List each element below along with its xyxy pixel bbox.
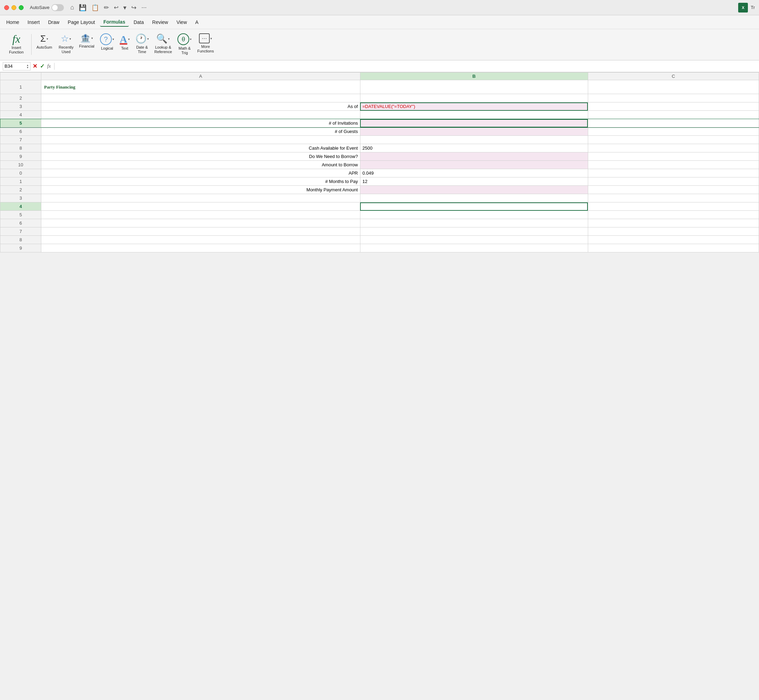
cancel-button[interactable]: ✕ — [33, 63, 37, 69]
cell-b2[interactable] — [360, 94, 588, 102]
cell-c17[interactable] — [588, 219, 759, 227]
cell-c9[interactable] — [588, 152, 759, 161]
cell-b14[interactable] — [360, 194, 588, 202]
row-header[interactable]: 8 — [0, 236, 41, 244]
autosum-button[interactable]: Σ ▾ AutoSum — [34, 32, 55, 51]
cell-a19[interactable] — [41, 236, 361, 244]
cell-a6[interactable]: # of Guests — [41, 127, 361, 136]
undo-icon[interactable]: ↩ — [114, 4, 119, 11]
cell-c13[interactable] — [588, 186, 759, 194]
row-header[interactable]: 2 — [0, 94, 41, 102]
cell-c20[interactable] — [588, 244, 759, 252]
cell-c11[interactable] — [588, 169, 759, 177]
cell-a12[interactable]: # Months to Pay — [41, 177, 361, 186]
cell-a9[interactable]: Do We Need to Borrow? — [41, 152, 361, 161]
cell-c14[interactable] — [588, 194, 759, 202]
logical-button[interactable]: ? ▾ Logical — [98, 32, 116, 52]
cell-a13[interactable]: Monthly Payment Amount — [41, 186, 361, 194]
insert-function-button[interactable]: fx Insert Function — [4, 32, 28, 56]
row-header[interactable]: 4 — [0, 202, 41, 211]
cell-b7[interactable] — [360, 136, 588, 144]
financial-button[interactable]: 🏦 ▾ Financial — [77, 32, 97, 50]
text-button[interactable]: A ▾ Text — [118, 32, 132, 52]
row-header[interactable]: 8 — [0, 144, 41, 152]
cell-b1[interactable] — [360, 80, 588, 94]
row-header[interactable]: 10 — [0, 161, 41, 169]
cell-a10[interactable]: Amount to Borrow — [41, 161, 361, 169]
maximize-button[interactable] — [19, 5, 23, 10]
confirm-button[interactable]: ✓ — [40, 63, 44, 69]
row-header[interactable]: 9 — [0, 152, 41, 161]
cell-a11[interactable]: APR — [41, 169, 361, 177]
cell-a16[interactable] — [41, 211, 361, 219]
cell-a1[interactable]: Party Financing — [41, 80, 361, 94]
cell-a3[interactable]: As of — [41, 102, 361, 111]
math-trig-button[interactable]: θ ▾ Math &Trig — [175, 32, 194, 56]
cell-b10[interactable] — [360, 161, 588, 169]
row-header[interactable]: 6 — [0, 219, 41, 227]
menu-formulas[interactable]: Formulas — [100, 18, 129, 27]
save-alt-icon[interactable]: 📋 — [91, 4, 99, 11]
cell-b9[interactable] — [360, 152, 588, 161]
row-header[interactable]: 1 — [0, 177, 41, 186]
formula-input[interactable] — [58, 62, 756, 70]
col-header-b[interactable]: B — [360, 73, 588, 80]
cell-c18[interactable] — [588, 227, 759, 236]
col-header-a[interactable]: A — [41, 73, 361, 80]
menu-review[interactable]: Review — [148, 18, 172, 27]
home-icon[interactable]: ⌂ — [70, 4, 74, 11]
cell-c7[interactable] — [588, 136, 759, 144]
menu-page-layout[interactable]: Page Layout — [64, 18, 98, 27]
cell-b19[interactable] — [360, 236, 588, 244]
cell-c19[interactable] — [588, 236, 759, 244]
menu-data[interactable]: Data — [130, 18, 148, 27]
cell-c2[interactable] — [588, 94, 759, 102]
cell-b15[interactable] — [360, 202, 588, 211]
datetime-button[interactable]: 🕐 ▾ Date &Time — [133, 32, 151, 56]
more-functions-button[interactable]: ··· ▾ MoreFunctions — [195, 32, 216, 55]
lookup-ref-button[interactable]: 🔍 ▾ Lookup &Reference — [152, 32, 174, 56]
row-header[interactable]: 0 — [0, 169, 41, 177]
cell-a18[interactable] — [41, 227, 361, 236]
row-header[interactable]: 3 — [0, 194, 41, 202]
cell-a17[interactable] — [41, 219, 361, 227]
cell-a7[interactable] — [41, 136, 361, 144]
cell-c5[interactable] — [588, 119, 759, 127]
row-header[interactable]: 4 — [0, 111, 41, 119]
cell-a8[interactable]: Cash Available for Event — [41, 144, 361, 152]
row-header[interactable]: 7 — [0, 227, 41, 236]
menu-view[interactable]: View — [173, 18, 190, 27]
col-header-c[interactable]: C — [588, 73, 759, 80]
more-icon[interactable]: ··· — [141, 4, 147, 11]
cell-c3[interactable] — [588, 102, 759, 111]
cell-b13[interactable] — [360, 186, 588, 194]
cell-c10[interactable] — [588, 161, 759, 169]
row-header[interactable]: 5 — [0, 211, 41, 219]
edit-icon[interactable]: ✏ — [104, 4, 109, 11]
row-header[interactable]: 3 — [0, 102, 41, 111]
cell-b20[interactable] — [360, 244, 588, 252]
cell-c15[interactable] — [588, 202, 759, 211]
cell-c6[interactable] — [588, 127, 759, 136]
cell-a5[interactable]: # of Invitations — [41, 119, 361, 127]
cell-c4[interactable] — [588, 111, 759, 119]
row-header[interactable]: 7 — [0, 136, 41, 144]
cell-b11[interactable]: 0.049 — [360, 169, 588, 177]
menu-home[interactable]: Home — [3, 18, 23, 27]
cell-a2[interactable] — [41, 94, 361, 102]
save-icon[interactable]: 💾 — [79, 4, 86, 11]
menu-draw[interactable]: Draw — [44, 18, 63, 27]
cell-b17[interactable] — [360, 219, 588, 227]
cell-a14[interactable] — [41, 194, 361, 202]
cell-c1[interactable] — [588, 80, 759, 94]
menu-more[interactable]: A — [192, 18, 202, 27]
recently-used-button[interactable]: ☆ ▾ RecentlyUsed — [56, 32, 76, 56]
menu-insert[interactable]: Insert — [24, 18, 43, 27]
row-header[interactable]: 6 — [0, 127, 41, 136]
cell-c12[interactable] — [588, 177, 759, 186]
cell-a4[interactable] — [41, 111, 361, 119]
cell-c8[interactable] — [588, 144, 759, 152]
cell-b16[interactable] — [360, 211, 588, 219]
row-header[interactable]: 2 — [0, 186, 41, 194]
row-header[interactable]: 1 — [0, 80, 41, 94]
